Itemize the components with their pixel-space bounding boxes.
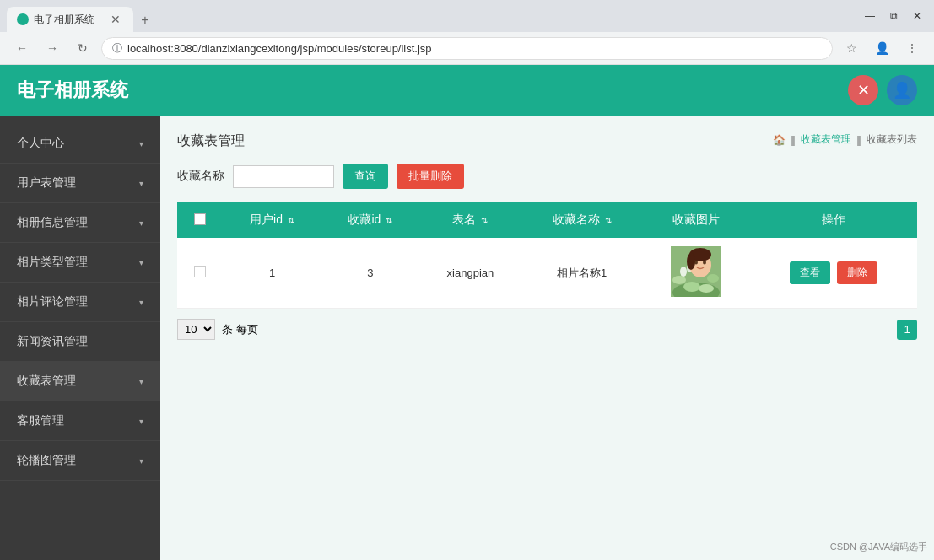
th-user-id-label: 用户id — [250, 213, 283, 226]
breadcrumb-row: 收藏表管理 🏠 ‖ 收藏表管理 ‖ 收藏表列表 — [177, 132, 917, 150]
new-tab-btn[interactable]: + — [133, 8, 157, 32]
search-label: 收藏名称 — [177, 169, 224, 184]
sidebar-label-personal-center: 个人中心 — [17, 136, 64, 151]
th-store-name-sort-icon: ⇅ — [605, 216, 612, 225]
breadcrumb-home-icon: 🏠 — [773, 134, 786, 146]
table-row: 1 3 xiangpian 相片名称1 — [177, 238, 917, 309]
forward-btn[interactable]: → — [40, 36, 64, 60]
sidebar-arrow-personal-center: ▾ — [139, 139, 143, 148]
th-store-id-label: 收藏id — [348, 213, 381, 226]
header-close-btn[interactable]: ✕ — [848, 75, 878, 105]
svg-point-3 — [707, 274, 719, 283]
view-button[interactable]: 查看 — [790, 261, 830, 284]
active-tab[interactable]: 电子相册系统 ✕ — [7, 7, 133, 32]
restore-btn[interactable]: ⧉ — [883, 6, 904, 26]
row-user-id: 1 — [223, 238, 321, 309]
sidebar-arrow-album-management: ▾ — [139, 218, 143, 228]
row-checkbox-cell[interactable] — [177, 238, 223, 309]
sidebar-item-user-management[interactable]: 用户表管理 ▾ — [0, 164, 160, 203]
sidebar-label-user-management: 用户表管理 — [17, 175, 76, 191]
svg-point-12 — [687, 253, 695, 270]
sidebar-label-carousel-management: 轮播图管理 — [17, 453, 76, 468]
th-table-name[interactable]: 表名 ⇅ — [419, 202, 521, 238]
sidebar-arrow-customer-management: ▾ — [139, 417, 143, 426]
pagination-bar: 10 20 50 条 每页 1 — [177, 319, 917, 340]
data-table: 用户id ⇅ 收藏id ⇅ 表名 ⇅ 收藏名称 — [177, 202, 917, 309]
account-btn[interactable]: 👤 — [870, 36, 894, 60]
content-wrapper: 收藏表管理 🏠 ‖ 收藏表管理 ‖ 收藏表列表 收藏名称 查询 批量删除 — [177, 132, 917, 340]
sidebar-arrow-store-management: ▾ — [139, 377, 143, 386]
url-text: localhost:8080/dianzixiangcexitong/jsp/m… — [127, 42, 432, 55]
th-user-id[interactable]: 用户id ⇅ — [223, 202, 321, 238]
sidebar-label-album-management: 相册信息管理 — [17, 215, 88, 230]
header-user-btn[interactable]: 👤 — [887, 75, 917, 105]
sidebar-arrow-carousel-management: ▾ — [139, 456, 143, 466]
close-btn[interactable]: ✕ — [907, 6, 927, 26]
query-button[interactable]: 查询 — [343, 164, 388, 189]
th-user-id-sort-icon: ⇅ — [288, 216, 294, 225]
sidebar-arrow-photo-type-management: ▾ — [139, 258, 143, 267]
delete-button[interactable]: 删除 — [837, 261, 877, 284]
svg-point-6 — [680, 267, 687, 277]
sidebar-label-news-management: 新闻资讯管理 — [17, 334, 88, 349]
menu-btn[interactable]: ⋮ — [900, 36, 924, 60]
refresh-btn[interactable]: ↻ — [71, 36, 94, 60]
breadcrumb: 🏠 ‖ 收藏表管理 ‖ 收藏表列表 — [773, 132, 917, 147]
sidebar-item-personal-center[interactable]: 个人中心 ▾ — [0, 124, 160, 164]
sidebar-item-carousel-management[interactable]: 轮播图管理 ▾ — [0, 441, 160, 481]
batch-delete-button[interactable]: 批量删除 — [397, 164, 464, 189]
th-table-name-sort-icon: ⇅ — [481, 216, 488, 225]
back-btn[interactable]: ← — [10, 36, 34, 60]
sidebar-item-photo-type-management[interactable]: 相片类型管理 ▾ — [0, 243, 160, 283]
breadcrumb-store-mgmt[interactable]: 收藏表管理 — [801, 132, 851, 147]
breadcrumb-sep1: ‖ — [791, 134, 796, 146]
row-checkbox[interactable] — [194, 266, 206, 277]
sidebar-item-photo-comment-management[interactable]: 相片评论管理 ▾ — [0, 283, 160, 322]
sidebar-item-store-management[interactable]: 收藏表管理 ▾ — [0, 362, 160, 401]
sidebar: 个人中心 ▾ 用户表管理 ▾ 相册信息管理 ▾ 相片类型管理 ▾ 相片评论管理 … — [0, 116, 160, 560]
row-store-name: 相片名称1 — [521, 238, 643, 309]
header-icons: ✕ 👤 — [848, 75, 917, 105]
watermark: CSDN @JAVA编码选手 — [830, 541, 927, 553]
search-bar: 收藏名称 查询 批量删除 — [177, 164, 917, 189]
sidebar-item-news-management[interactable]: 新闻资讯管理 — [0, 322, 160, 362]
th-checkbox[interactable] — [177, 202, 223, 238]
page-title: 收藏表管理 — [177, 132, 245, 150]
sidebar-label-photo-comment-management: 相片评论管理 — [17, 294, 88, 310]
per-page-select[interactable]: 10 20 50 — [177, 319, 215, 340]
search-input[interactable] — [233, 165, 334, 188]
svg-point-4 — [683, 282, 700, 292]
tab-area: 电子相册系统 ✕ + — [0, 0, 157, 32]
app-header: 电子相册系统 ✕ 👤 — [0, 65, 934, 116]
sidebar-label-store-management: 收藏表管理 — [17, 374, 76, 389]
th-store-id[interactable]: 收藏id ⇅ — [321, 202, 419, 238]
tab-title: 电子相册系统 — [34, 13, 103, 27]
sidebar-item-customer-management[interactable]: 客服管理 ▾ — [0, 401, 160, 441]
user-icon: 👤 — [893, 81, 911, 100]
sidebar-item-album-management[interactable]: 相册信息管理 ▾ — [0, 203, 160, 243]
secure-icon: ⓘ — [112, 41, 122, 56]
svg-point-2 — [672, 276, 686, 284]
th-store-name[interactable]: 收藏名称 ⇅ — [521, 202, 643, 238]
breadcrumb-store-list: 收藏表列表 — [867, 132, 917, 147]
th-actions: 操作 — [750, 202, 917, 238]
page-number-1[interactable]: 1 — [897, 320, 917, 340]
sidebar-arrow-photo-comment-management: ▾ — [139, 298, 143, 307]
bookmark-btn[interactable]: ☆ — [840, 36, 863, 60]
main-layout: 个人中心 ▾ 用户表管理 ▾ 相册信息管理 ▾ 相片类型管理 ▾ 相片评论管理 … — [0, 116, 934, 560]
sidebar-label-photo-type-management: 相片类型管理 — [17, 255, 88, 270]
row-image-cell — [643, 238, 751, 309]
per-page-label: 条 每页 — [222, 322, 258, 337]
sidebar-label-customer-management: 客服管理 — [17, 413, 64, 428]
browser-chrome: 电子相册系统 ✕ + — ⧉ ✕ — [0, 0, 934, 32]
header-checkbox[interactable] — [194, 213, 206, 225]
svg-point-5 — [699, 284, 714, 293]
window-controls: — ⧉ ✕ — [853, 0, 934, 32]
breadcrumb-sep2: ‖ — [856, 134, 861, 146]
content-area: 收藏表管理 🏠 ‖ 收藏表管理 ‖ 收藏表列表 收藏名称 查询 批量删除 — [160, 116, 934, 560]
tab-close-btn[interactable]: ✕ — [108, 12, 123, 27]
close-x-icon: ✕ — [857, 81, 870, 100]
table-header-row: 用户id ⇅ 收藏id ⇅ 表名 ⇅ 收藏名称 — [177, 202, 917, 238]
minimize-btn[interactable]: — — [860, 6, 880, 26]
url-input[interactable]: ⓘ localhost:8080/dianzixiangcexitong/jsp… — [101, 37, 833, 60]
